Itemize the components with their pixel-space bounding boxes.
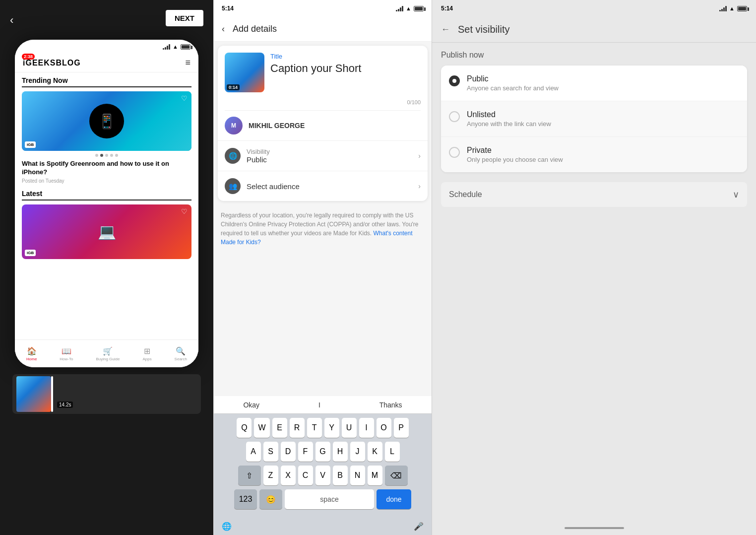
key-p[interactable]: P bbox=[394, 418, 409, 438]
book-icon: 📖 bbox=[62, 346, 71, 356]
article-meta: Posted on Tuesday bbox=[15, 178, 198, 188]
timeline-handle[interactable] bbox=[51, 376, 53, 412]
audience-text: Select audience bbox=[247, 182, 412, 191]
globe-keyboard-icon[interactable]: 🌐 bbox=[222, 522, 232, 531]
hamburger-icon: ≡ bbox=[185, 58, 190, 68]
key-j[interactable]: J bbox=[350, 442, 365, 462]
option-private[interactable]: Private Only people you choose can view bbox=[441, 137, 747, 172]
visibility-card: Public Anyone can search for and view Un… bbox=[441, 66, 747, 172]
wifi-icon: ▲ bbox=[173, 44, 178, 50]
timeline-duration: 14.2s bbox=[57, 401, 73, 408]
panel2-back-button[interactable]: ‹ bbox=[222, 24, 225, 34]
search-icon: 🔍 bbox=[176, 346, 186, 356]
mic-icon[interactable]: 🎤 bbox=[414, 522, 424, 531]
key-h[interactable]: H bbox=[333, 442, 348, 462]
latest-image: 💻 iGB ♡ bbox=[22, 204, 191, 259]
key-y[interactable]: Y bbox=[324, 418, 339, 438]
key-done[interactable]: done bbox=[377, 489, 411, 509]
key-s[interactable]: S bbox=[263, 442, 278, 462]
key-v[interactable]: V bbox=[315, 466, 330, 485]
key-m[interactable]: M bbox=[368, 466, 382, 485]
key-o[interactable]: O bbox=[377, 418, 391, 438]
audience-row[interactable]: 👥 Select audience › bbox=[218, 171, 428, 201]
unlisted-name: Unlisted bbox=[467, 110, 739, 119]
suggestion-okay[interactable]: Okay bbox=[243, 401, 259, 409]
panel1-next-button[interactable]: NEXT bbox=[166, 10, 203, 26]
phone-content: iGEEKSBLOG ≡ Trending Now 📱 iGB ♡ What i… bbox=[15, 54, 198, 367]
key-t[interactable]: T bbox=[307, 418, 322, 438]
key-b[interactable]: B bbox=[333, 466, 348, 485]
suggestion-thanks[interactable]: Thanks bbox=[379, 401, 402, 409]
key-i[interactable]: I bbox=[359, 418, 374, 438]
schedule-label: Schedule bbox=[449, 190, 482, 199]
key-emoji[interactable]: 😊 bbox=[259, 489, 282, 509]
notification-badge: 2:38 bbox=[22, 54, 35, 60]
key-q[interactable]: Q bbox=[237, 418, 252, 438]
key-w[interactable]: W bbox=[254, 418, 269, 438]
globe-icon: 🌐 bbox=[225, 148, 241, 164]
panel3-set-visibility: 5:14 ▲ ← Set visibility Publish now Publ… bbox=[432, 0, 756, 535]
public-desc: Anyone can search for and view bbox=[467, 84, 739, 92]
timeline-strip[interactable]: 14.2s bbox=[12, 374, 201, 414]
key-delete[interactable]: ⌫ bbox=[385, 466, 408, 485]
radio-public bbox=[449, 75, 460, 86]
panel2-header-title: Add details bbox=[233, 24, 277, 34]
schedule-row[interactable]: Schedule ∨ bbox=[441, 182, 747, 207]
nav-buying[interactable]: 🛒 Buying Guide bbox=[96, 346, 120, 361]
visibility-section: Publish now Public Anyone can search for… bbox=[432, 43, 756, 176]
nav-home[interactable]: 🏠 Home bbox=[26, 346, 37, 361]
key-n[interactable]: N bbox=[350, 466, 365, 485]
key-u[interactable]: U bbox=[342, 418, 357, 438]
audience-icon: 👥 bbox=[225, 178, 241, 194]
key-c[interactable]: C bbox=[298, 466, 313, 485]
user-row: M MIKHIL GEORGE bbox=[218, 111, 428, 140]
dot-5 bbox=[115, 154, 118, 157]
legal-text: Regardless of your location, you're lega… bbox=[214, 205, 432, 253]
key-row-1: Q W E R T Y U I O P bbox=[216, 418, 430, 438]
title-label: Title bbox=[270, 53, 421, 60]
key-g[interactable]: G bbox=[315, 442, 330, 462]
panel1-back-button[interactable]: ‹ bbox=[10, 14, 13, 27]
char-count: 0/100 bbox=[218, 99, 428, 110]
card-title-area: Title Caption your Short bbox=[270, 53, 421, 75]
key-f[interactable]: F bbox=[298, 442, 313, 462]
p3-wifi-icon: ▲ bbox=[729, 5, 735, 11]
key-k[interactable]: K bbox=[368, 442, 382, 462]
key-r[interactable]: R bbox=[290, 418, 305, 438]
timeline-thumbnail bbox=[16, 376, 51, 412]
panel3-back-button[interactable]: ← bbox=[441, 24, 450, 35]
panel3-time: 5:14 bbox=[441, 5, 453, 12]
latest-fav-icon: ♡ bbox=[181, 207, 188, 215]
key-d[interactable]: D bbox=[281, 442, 296, 462]
unlisted-desc: Anyone with the link can view bbox=[467, 120, 739, 128]
key-a[interactable]: A bbox=[246, 442, 261, 462]
phone-status-icons: ▲ bbox=[163, 44, 190, 50]
key-x[interactable]: X bbox=[281, 466, 296, 485]
user-avatar: M bbox=[225, 117, 243, 134]
key-shift[interactable]: ⇧ bbox=[238, 466, 261, 485]
p3-signal-icon bbox=[719, 5, 727, 11]
key-l[interactable]: L bbox=[385, 442, 400, 462]
igb-badge: iGB bbox=[25, 141, 36, 148]
nav-search[interactable]: 🔍 Search bbox=[175, 346, 187, 361]
key-123[interactable]: 123 bbox=[234, 489, 257, 509]
nav-apps[interactable]: ⊞ Apps bbox=[142, 346, 151, 361]
option-unlisted[interactable]: Unlisted Anyone with the link can view bbox=[441, 101, 747, 137]
key-e[interactable]: E bbox=[272, 418, 287, 438]
publish-label: Publish now bbox=[441, 51, 747, 60]
phone-status-bar: ▲ bbox=[15, 40, 198, 54]
nav-howto[interactable]: 📖 How-To bbox=[60, 346, 73, 361]
private-text: Private Only people you choose can view bbox=[467, 146, 739, 163]
key-space[interactable]: space bbox=[285, 489, 374, 509]
p2-battery-icon bbox=[414, 6, 424, 11]
suggestion-i[interactable]: I bbox=[318, 401, 320, 409]
title-input[interactable]: Caption your Short bbox=[270, 62, 421, 75]
keyboard: Okay I Thanks Q W E R T Y U I O P A S D bbox=[214, 396, 432, 535]
home-indicator bbox=[565, 527, 624, 529]
option-public[interactable]: Public Anyone can search for and view bbox=[441, 66, 747, 101]
trending-divider bbox=[22, 86, 191, 87]
key-z[interactable]: Z bbox=[263, 466, 278, 485]
visibility-row[interactable]: 🌐 Visibility Public › bbox=[218, 140, 428, 171]
visibility-text: Visibility Public bbox=[247, 148, 412, 164]
latest-divider bbox=[22, 200, 191, 201]
